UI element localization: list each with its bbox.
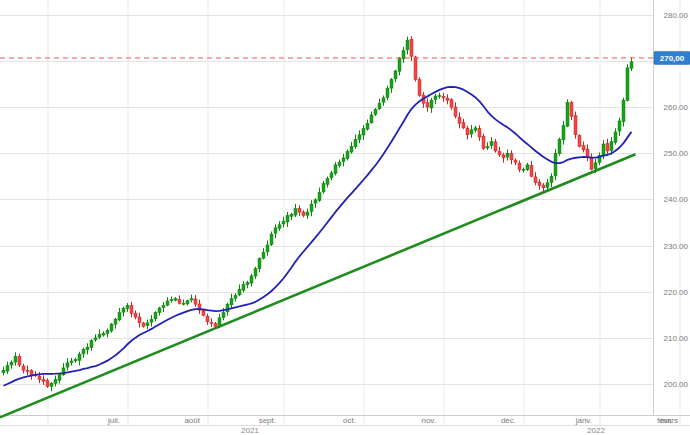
moving-average-line [4, 87, 632, 386]
y-tick: 240.00 [664, 195, 689, 204]
year-label: 2022 [587, 426, 605, 435]
month-label: déc. [501, 416, 516, 425]
month-label: sept. [259, 416, 276, 425]
y-tick: 260.00 [664, 103, 689, 112]
y-tick: 230.00 [664, 242, 689, 251]
y-tick: 280.00 [664, 11, 689, 20]
y-tick: 200.00 [664, 380, 689, 389]
candlestick-series [2, 36, 633, 391]
year-label: 2021 [241, 426, 259, 435]
horizontal-gridlines [0, 16, 653, 385]
month-label: juil. [107, 416, 120, 425]
y-tick: 220.00 [664, 288, 689, 297]
y-tick: 250.00 [664, 149, 689, 158]
month-label: nov. [421, 416, 436, 425]
y-axis-labels: 280.00 270.00 260.00 250.00 240.00 230.0… [664, 11, 689, 389]
month-label: janv. [575, 416, 592, 425]
x-axis-month-labels: juil. août sept. oct. nov. déc. janv. fé… [107, 416, 678, 425]
chart-canvas[interactable]: 280.00 270.00 260.00 250.00 240.00 230.0… [0, 0, 690, 435]
last-price-tag-value: 270,00 [660, 54, 685, 63]
month-label: août [184, 416, 200, 425]
month-label: oct. [343, 416, 356, 425]
last-price-tag[interactable]: 270,00 [654, 51, 690, 64]
y-tick: 210.00 [664, 334, 689, 343]
x-axis-year-labels: 2021 2022 [241, 426, 605, 435]
vertical-gridlines [48, 0, 680, 425]
price-chart: 280.00 270.00 260.00 250.00 240.00 230.0… [0, 0, 690, 435]
month-label: mars [660, 416, 678, 425]
